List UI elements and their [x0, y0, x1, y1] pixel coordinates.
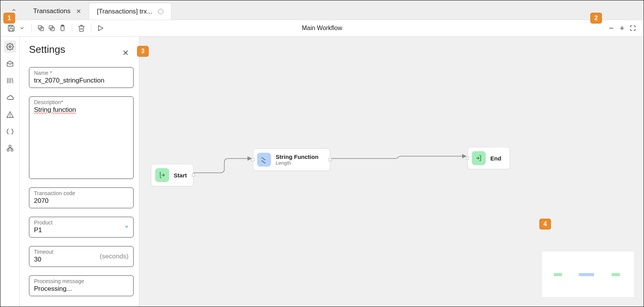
svg-rect-0: [10, 29, 13, 31]
annotation-3: 3: [137, 46, 149, 57]
rail-box[interactable]: [4, 57, 16, 70]
tab-transaction-detail[interactable]: [Transactions] trx...: [89, 3, 171, 20]
rail-library[interactable]: [4, 74, 16, 87]
tab-label: Transactions: [33, 7, 71, 15]
panel-close-button[interactable]: ✕: [122, 48, 129, 57]
unsaved-indicator-icon: [158, 9, 163, 14]
minimap-node: [554, 273, 562, 276]
node-fn-sub: Length: [276, 160, 319, 166]
value-procmsg: Processing...: [34, 285, 72, 292]
toolbar: Main Workflow: [0, 20, 644, 37]
tab-transactions[interactable]: Transactions ✕: [25, 3, 89, 20]
field-description[interactable]: Description* String function: [29, 96, 134, 179]
svg-point-12: [9, 46, 11, 48]
copy-button[interactable]: [36, 23, 46, 34]
minimap[interactable]: [542, 251, 634, 297]
divider: [91, 24, 91, 33]
label-description: Description*: [34, 99, 129, 105]
settings-panel: Settings Name * trx_2070_stringFunction …: [20, 37, 139, 307]
rail-settings[interactable]: [4, 40, 16, 53]
svg-rect-17: [11, 149, 13, 151]
divider: [72, 24, 72, 33]
rail-modules[interactable]: [4, 142, 16, 155]
field-name[interactable]: Name * trx_2070_stringFunction: [29, 67, 134, 88]
svg-rect-16: [7, 149, 9, 151]
start-icon: [155, 168, 169, 182]
field-timeout[interactable]: Timeout 30 (seconds): [29, 246, 134, 267]
unit-timeout: (seconds): [100, 253, 129, 260]
port-out[interactable]: [329, 158, 332, 161]
value-product: P1: [34, 226, 42, 234]
minimap-node: [579, 273, 594, 276]
value-description: String function: [34, 106, 76, 113]
close-icon[interactable]: ✕: [76, 8, 81, 15]
field-processing-message[interactable]: Processing message Processing...: [29, 275, 134, 296]
side-rail: [0, 37, 20, 307]
minimap-node: [612, 273, 620, 276]
label-tcode: Transaction code: [34, 190, 129, 196]
save-button[interactable]: [6, 23, 17, 34]
node-string-function[interactable]: String Function Length: [253, 148, 330, 171]
svg-point-14: [10, 116, 10, 116]
workflow-canvas[interactable]: Start String Function Length E: [139, 37, 644, 307]
tab-bar: Transactions ✕ [Transactions] trx...: [0, 0, 644, 20]
save-dropdown[interactable]: [17, 23, 27, 34]
run-button[interactable]: [95, 23, 106, 34]
svg-rect-1: [10, 25, 12, 27]
cut-button[interactable]: [46, 23, 57, 34]
node-end-label: End: [490, 155, 501, 162]
tab-label: [Transactions] trx...: [97, 8, 153, 15]
svg-rect-15: [9, 145, 11, 147]
annotation-4: 4: [539, 219, 551, 229]
field-transaction-code[interactable]: Transaction code 2070: [29, 187, 134, 208]
divider: [31, 24, 32, 33]
annotation-2: 2: [590, 13, 602, 24]
function-icon: [257, 153, 271, 167]
zoom-out-button[interactable]: [606, 23, 617, 34]
zoom-in-button[interactable]: [617, 23, 627, 34]
node-end[interactable]: End: [468, 147, 510, 169]
label-product: Product: [34, 219, 129, 226]
annotation-1: 1: [3, 13, 15, 24]
chevron-down-icon[interactable]: [124, 224, 129, 231]
label-procmsg: Processing message: [34, 278, 129, 284]
rail-code[interactable]: [4, 125, 16, 138]
rail-cloud[interactable]: [4, 91, 16, 104]
paste-button[interactable]: [57, 23, 68, 34]
rail-alerts[interactable]: [4, 108, 16, 121]
field-product[interactable]: Product P1: [29, 217, 134, 238]
port-out[interactable]: [192, 174, 195, 177]
node-start-label: Start: [174, 172, 187, 179]
node-fn-title: String Function: [276, 154, 319, 160]
node-start[interactable]: Start: [151, 164, 193, 186]
fullscreen-button[interactable]: [627, 23, 638, 34]
delete-button[interactable]: [76, 23, 87, 34]
value-name: trx_2070_stringFunction: [34, 77, 104, 84]
workflow-title: Main Workflow: [302, 25, 342, 32]
port-in[interactable]: [466, 157, 469, 160]
value-tcode: 2070: [34, 197, 49, 204]
label-name: Name *: [34, 70, 129, 76]
panel-title: Settings: [29, 44, 134, 56]
end-icon: [472, 151, 486, 165]
value-timeout: 30: [34, 256, 41, 263]
svg-marker-8: [98, 25, 103, 30]
port-in[interactable]: [251, 158, 254, 161]
